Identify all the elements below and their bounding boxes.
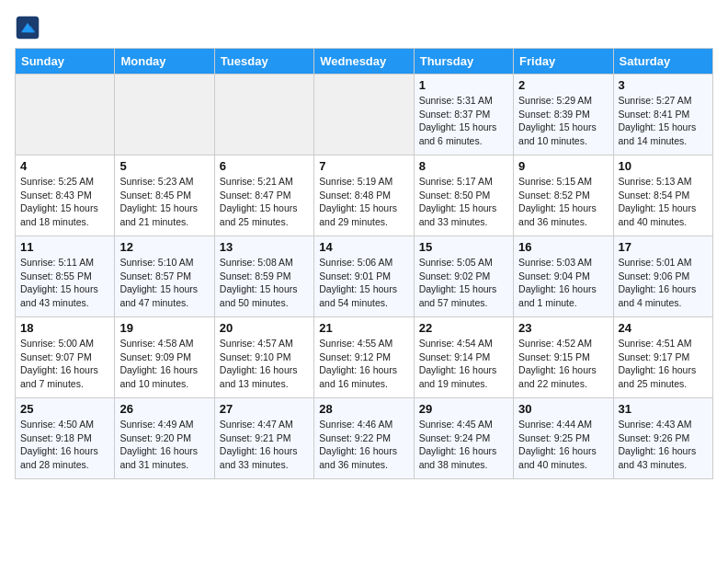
calendar-header: SundayMondayTuesdayWednesdayThursdayFrid… [16,49,713,75]
day-info: Sunrise: 5:23 AMSunset: 8:45 PMDaylight:… [119,175,209,229]
day-info: Sunrise: 4:54 AMSunset: 9:14 PMDaylight:… [419,337,508,391]
calendar-cell: 6Sunrise: 5:21 AMSunset: 8:47 PMDaylight… [214,155,313,236]
day-number: 19 [119,321,209,335]
day-info: Sunrise: 4:51 AMSunset: 9:17 PMDaylight:… [619,337,708,391]
day-info: Sunrise: 4:47 AMSunset: 9:21 PMDaylight:… [220,418,309,472]
calendar-week-1: 1Sunrise: 5:31 AMSunset: 8:37 PMDaylight… [16,75,713,155]
weekday-header-saturday: Saturday [613,49,712,75]
day-info: Sunrise: 5:00 AMSunset: 9:07 PMDaylight:… [20,337,109,391]
calendar-table: SundayMondayTuesdayWednesdayThursdayFrid… [15,48,713,479]
day-number: 13 [220,240,309,254]
day-info: Sunrise: 5:11 AMSunset: 8:55 PMDaylight:… [20,256,109,310]
calendar-cell: 10Sunrise: 5:13 AMSunset: 8:54 PMDayligh… [613,155,712,236]
day-info: Sunrise: 5:21 AMSunset: 8:47 PMDaylight:… [220,175,309,229]
calendar-cell: 22Sunrise: 4:54 AMSunset: 9:14 PMDayligh… [414,317,513,398]
logo [15,15,44,40]
day-number: 26 [119,402,209,416]
calendar-cell: 13Sunrise: 5:08 AMSunset: 8:59 PMDayligh… [214,236,313,317]
day-number: 23 [518,321,608,335]
day-info: Sunrise: 5:06 AMSunset: 9:01 PMDaylight:… [319,256,408,310]
calendar-week-3: 11Sunrise: 5:11 AMSunset: 8:55 PMDayligh… [16,236,713,317]
day-number: 20 [220,321,309,335]
calendar-cell: 4Sunrise: 5:25 AMSunset: 8:43 PMDaylight… [16,155,115,236]
day-number: 31 [619,402,708,416]
day-number: 25 [20,402,109,416]
day-info: Sunrise: 5:10 AMSunset: 8:57 PMDaylight:… [119,256,209,310]
weekday-header-wednesday: Wednesday [314,49,414,75]
day-info: Sunrise: 5:15 AMSunset: 8:52 PMDaylight:… [518,175,608,229]
weekday-header-monday: Monday [115,49,214,75]
day-number: 24 [619,321,708,335]
day-number: 9 [518,159,608,173]
day-number: 7 [319,159,408,173]
calendar-cell: 25Sunrise: 4:50 AMSunset: 9:18 PMDayligh… [16,398,115,479]
day-info: Sunrise: 4:57 AMSunset: 9:10 PMDaylight:… [220,337,309,391]
calendar-cell: 24Sunrise: 4:51 AMSunset: 9:17 PMDayligh… [613,317,712,398]
day-info: Sunrise: 4:50 AMSunset: 9:18 PMDaylight:… [20,418,109,472]
calendar-cell: 28Sunrise: 4:46 AMSunset: 9:22 PMDayligh… [314,398,414,479]
day-number: 22 [419,321,508,335]
day-info: Sunrise: 5:19 AMSunset: 8:48 PMDaylight:… [319,175,408,229]
day-info: Sunrise: 5:01 AMSunset: 9:06 PMDaylight:… [619,256,708,310]
day-number: 6 [220,159,309,173]
calendar-cell: 18Sunrise: 5:00 AMSunset: 9:07 PMDayligh… [16,317,115,398]
calendar-cell: 5Sunrise: 5:23 AMSunset: 8:45 PMDaylight… [115,155,214,236]
day-number: 27 [220,402,309,416]
calendar-cell [16,75,115,155]
weekday-header-sunday: Sunday [16,49,115,75]
calendar-cell: 1Sunrise: 5:31 AMSunset: 8:37 PMDaylight… [414,75,513,155]
calendar-cell: 3Sunrise: 5:27 AMSunset: 8:41 PMDaylight… [613,75,712,155]
calendar-cell: 29Sunrise: 4:45 AMSunset: 9:24 PMDayligh… [414,398,513,479]
day-info: Sunrise: 5:31 AMSunset: 8:37 PMDaylight:… [419,94,508,148]
calendar-cell: 2Sunrise: 5:29 AMSunset: 8:39 PMDaylight… [514,75,613,155]
day-number: 5 [119,159,209,173]
day-info: Sunrise: 5:08 AMSunset: 8:59 PMDaylight:… [220,256,309,310]
calendar-cell: 9Sunrise: 5:15 AMSunset: 8:52 PMDaylight… [514,155,613,236]
day-number: 4 [20,159,109,173]
day-number: 11 [20,240,109,254]
day-number: 3 [619,78,708,92]
day-number: 8 [419,159,508,173]
calendar-cell: 19Sunrise: 4:58 AMSunset: 9:09 PMDayligh… [115,317,214,398]
page-header [15,15,713,40]
day-number: 2 [518,78,608,92]
day-info: Sunrise: 5:13 AMSunset: 8:54 PMDaylight:… [619,175,708,229]
calendar-cell [214,75,313,155]
calendar-cell: 12Sunrise: 5:10 AMSunset: 8:57 PMDayligh… [115,236,214,317]
day-number: 16 [518,240,608,254]
calendar-cell: 21Sunrise: 4:55 AMSunset: 9:12 PMDayligh… [314,317,414,398]
day-number: 18 [20,321,109,335]
day-info: Sunrise: 4:45 AMSunset: 9:24 PMDaylight:… [419,418,508,472]
calendar-cell: 20Sunrise: 4:57 AMSunset: 9:10 PMDayligh… [214,317,313,398]
calendar-cell: 31Sunrise: 4:43 AMSunset: 9:26 PMDayligh… [613,398,712,479]
day-info: Sunrise: 4:58 AMSunset: 9:09 PMDaylight:… [119,337,209,391]
day-number: 21 [319,321,408,335]
day-info: Sunrise: 5:27 AMSunset: 8:41 PMDaylight:… [619,94,708,148]
weekday-header-friday: Friday [514,49,613,75]
day-info: Sunrise: 5:29 AMSunset: 8:39 PMDaylight:… [518,94,608,148]
day-info: Sunrise: 5:17 AMSunset: 8:50 PMDaylight:… [419,175,508,229]
calendar-cell: 8Sunrise: 5:17 AMSunset: 8:50 PMDaylight… [414,155,513,236]
calendar-cell: 16Sunrise: 5:03 AMSunset: 9:04 PMDayligh… [514,236,613,317]
calendar-cell: 11Sunrise: 5:11 AMSunset: 8:55 PMDayligh… [16,236,115,317]
day-info: Sunrise: 5:03 AMSunset: 9:04 PMDaylight:… [518,256,608,310]
day-number: 10 [619,159,708,173]
weekday-header-tuesday: Tuesday [214,49,313,75]
day-info: Sunrise: 5:25 AMSunset: 8:43 PMDaylight:… [20,175,109,229]
day-info: Sunrise: 4:52 AMSunset: 9:15 PMDaylight:… [518,337,608,391]
calendar-cell [314,75,414,155]
calendar-week-5: 25Sunrise: 4:50 AMSunset: 9:18 PMDayligh… [16,398,713,479]
calendar-cell [115,75,214,155]
day-number: 14 [319,240,408,254]
day-info: Sunrise: 4:49 AMSunset: 9:20 PMDaylight:… [119,418,209,472]
day-number: 15 [419,240,508,254]
calendar-cell: 7Sunrise: 5:19 AMSunset: 8:48 PMDaylight… [314,155,414,236]
logo-icon [15,15,40,40]
calendar-week-4: 18Sunrise: 5:00 AMSunset: 9:07 PMDayligh… [16,317,713,398]
day-info: Sunrise: 4:55 AMSunset: 9:12 PMDaylight:… [319,337,408,391]
calendar-week-2: 4Sunrise: 5:25 AMSunset: 8:43 PMDaylight… [16,155,713,236]
calendar-cell: 17Sunrise: 5:01 AMSunset: 9:06 PMDayligh… [613,236,712,317]
day-number: 28 [319,402,408,416]
calendar-cell: 27Sunrise: 4:47 AMSunset: 9:21 PMDayligh… [214,398,313,479]
calendar-cell: 23Sunrise: 4:52 AMSunset: 9:15 PMDayligh… [514,317,613,398]
